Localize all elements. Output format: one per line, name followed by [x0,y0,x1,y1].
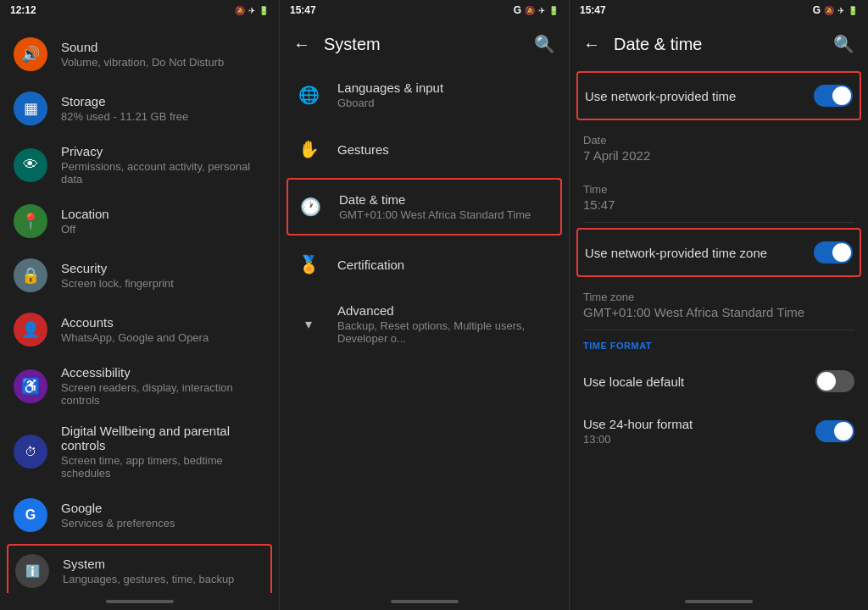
mute-icon-2: 🔕 [525,6,535,15]
settings-item-privacy[interactable]: 👁 Privacy Permissions, account activity,… [0,136,279,194]
storage-subtitle: 82% used - 11.21 GB free [61,110,265,123]
privacy-title: Privacy [61,144,265,158]
status-time-2: 15:47 [290,4,316,16]
system-title: System [63,557,264,571]
system-item-date-time[interactable]: 🕐 Date & time GMT+01:00 West Africa Stan… [287,178,562,236]
home-bar-line-1 [106,600,174,603]
locale-default-toggle[interactable] [815,370,854,392]
time-format-section: TIME FORMAT [570,330,868,358]
google-icon: G [14,498,47,532]
accessibility-subtitle: Screen readers, display, interaction con… [61,381,265,407]
date-time-subtitle: GMT+01:00 West Africa Standard Time [339,208,554,221]
gestures-title: Gestures [337,142,555,157]
date-time-title: Date & time [339,192,554,207]
security-icon: 🔒 [14,258,47,292]
mute-icon-3: 🔕 [824,6,834,15]
languages-subtitle: Gboard [337,97,555,109]
network-time-toggle[interactable] [814,85,853,107]
date-time-icon: 🕐 [295,191,326,222]
timezone-item: Time zone GMT+01:00 West Africa Standard… [570,280,868,330]
home-bar-line-2 [391,600,459,603]
network-time-toggle-knob [832,86,851,105]
settings-item-sound[interactable]: 🔊 Sound Volume, vibration, Do Not Distur… [0,27,279,81]
gestures-icon: ✋ [293,134,324,164]
sound-icon: 🔊 [14,37,47,71]
date-item: Date 7 April 2022 [570,124,868,173]
privacy-icon: 👁 [14,148,47,182]
settings-item-storage[interactable]: ▦ Storage 82% used - 11.21 GB free [0,81,279,136]
privacy-subtitle: Permissions, account activity, personal … [61,160,265,186]
back-button-2[interactable]: ← [293,35,310,54]
location-title: Location [61,207,265,221]
system-header: ← System 🔍 [280,20,569,68]
settings-item-google[interactable]: G Google Services & preferences [0,488,279,542]
accounts-icon: 👤 [14,313,47,347]
system-panel-title: System [324,35,534,54]
datetime-content: Use network-provided time Date 7 April 2… [570,68,868,593]
certification-icon: 🏅 [293,249,324,280]
network-timezone-toggle[interactable] [814,241,853,263]
g-icon: G [514,4,521,16]
search-button-2[interactable]: 🔍 [534,34,555,54]
status-bar-1: 12:12 🔕 ✈ 🔋 [0,0,279,20]
home-bar-3 [570,593,868,610]
accounts-title: Accounts [61,315,265,330]
settings-item-accounts[interactable]: 👤 Accounts WhatsApp, Google and Opera [0,302,279,357]
settings-item-accessibility[interactable]: ♿ Accessibility Screen readers, display,… [0,357,279,415]
settings-list: 🔊 Sound Volume, vibration, Do Not Distur… [0,20,279,593]
status-icons-1: 🔕 ✈ 🔋 [235,6,269,15]
digital-wellbeing-title: Digital Wellbeing and parental controls [61,424,265,452]
locale-default-label: Use locale default [583,374,815,389]
system-subtitle: Languages, gestures, time, backup [63,573,264,585]
accessibility-icon: ♿ [14,369,47,403]
system-icon: ℹ️ [15,554,49,588]
date-label: Date [583,134,854,147]
use-24h-toggle[interactable] [815,420,854,442]
use-24h-toggle-knob [834,422,853,441]
timezone-label: Time zone [583,291,854,303]
battery-icon-3: 🔋 [848,6,858,15]
location-subtitle: Off [61,223,265,236]
storage-icon: ▦ [14,92,47,125]
languages-icon: 🌐 [293,80,324,110]
home-bar-1 [0,593,279,610]
digital-wellbeing-subtitle: Screen time, app timers, bedtime schedul… [61,454,265,480]
network-timezone-item[interactable]: Use network-provided time zone [576,228,861,277]
advanced-title: Advanced [337,303,555,318]
system-item-languages[interactable]: 🌐 Languages & input Gboard [280,68,569,122]
accessibility-title: Accessibility [61,365,265,380]
system-item-certification[interactable]: 🏅 Certification [280,237,569,291]
locale-default-item[interactable]: Use locale default [570,358,868,405]
settings-item-security[interactable]: 🔒 Security Screen lock, fingerprint [0,248,279,302]
date-value: 7 April 2022 [583,148,854,163]
airplane-icon-2: ✈ [538,6,545,15]
search-button-3[interactable]: 🔍 [833,34,854,54]
sound-title: Sound [61,40,265,54]
network-timezone-label: Use network-provided time zone [585,246,814,260]
advanced-subtitle: Backup, Reset options, Multiple users, D… [337,319,555,345]
time-item: Time 15:47 [570,173,868,222]
system-item-gestures[interactable]: ✋ Gestures [280,122,569,176]
use-24h-subtitle: 13:00 [583,433,815,446]
settings-item-digital-wellbeing[interactable]: ⏱ Digital Wellbeing and parental control… [0,415,279,488]
settings-item-system[interactable]: ℹ️ System Languages, gestures, time, bac… [7,544,272,593]
settings-item-location[interactable]: 📍 Location Off [0,194,279,248]
sound-subtitle: Volume, vibration, Do Not Disturb [61,56,265,69]
back-button-3[interactable]: ← [583,35,600,54]
divider-1 [583,222,854,223]
airplane-icon-3: ✈ [837,6,844,15]
google-title: Google [61,501,265,515]
digital-wellbeing-icon: ⏱ [14,435,47,469]
advanced-icon: ▾ [293,309,324,340]
use-24h-item[interactable]: Use 24-hour format 13:00 [570,405,868,458]
battery-icon-2: 🔋 [548,6,559,15]
home-bar-line-3 [685,600,753,603]
status-bar-3: 15:47 G 🔕 ✈ 🔋 [570,0,868,20]
system-item-advanced[interactable]: ▾ Advanced Backup, Reset options, Multip… [280,291,569,357]
time-value: 15:47 [583,197,854,212]
security-title: Security [61,261,265,275]
mute-icon: 🔕 [235,6,245,15]
network-time-item[interactable]: Use network-provided time [576,71,861,120]
datetime-panel: 15:47 G 🔕 ✈ 🔋 ← Date & time 🔍 Use networ… [570,0,868,610]
airplane-icon: ✈ [248,6,255,15]
